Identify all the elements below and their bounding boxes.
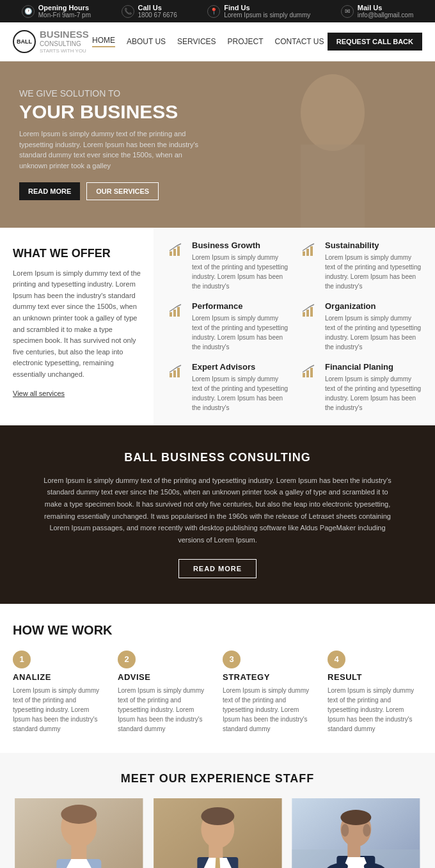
mail-us-title: Mail Us	[358, 4, 413, 12]
top-bar: 🕐 Opening Hours Mon-Fri 9am-7 pm 📞 Call …	[0, 0, 435, 22]
svg-rect-16	[173, 370, 176, 377]
opening-hours-title: Opening Hours	[38, 4, 91, 12]
svg-point-1	[301, 74, 365, 151]
svg-rect-3	[170, 251, 172, 256]
hero-desc: Lorem Ipsum is simply dummy text of the …	[19, 129, 211, 171]
svg-rect-12	[303, 312, 305, 317]
svg-rect-17	[177, 368, 180, 377]
read-more-button[interactable]: READ MORE	[19, 182, 80, 200]
offer-title: WHAT WE OFFER	[13, 247, 141, 260]
offer-grid: Business Growth Lorem Ipsum is simply du…	[166, 241, 422, 413]
svg-rect-10	[173, 310, 176, 317]
mail-icon: ✉	[341, 5, 354, 18]
offer-item-organization: Organization Lorem Ipsum is simply dummy…	[299, 301, 422, 352]
logo[interactable]: BALL BUSINESS CONSULTING STARTS WITH YOU	[13, 29, 89, 54]
nav-project[interactable]: PROJECT	[228, 37, 264, 46]
sustainability-icon	[299, 241, 319, 260]
nav-services[interactable]: SERVICES	[177, 37, 216, 46]
nav-contact[interactable]: CONTACT US	[275, 37, 324, 46]
staff-title: MEET OUR EXPERIENCE STAFF	[13, 772, 422, 785]
view-all-services-link[interactable]: View all services	[13, 390, 65, 397]
how-step-1: 1 ANALIZE Lorem Ipsum is simply dummy te…	[13, 651, 107, 734]
svg-point-24	[61, 805, 97, 824]
offer-item-performance: Performance Lorem Ipsum is simply dummy …	[166, 301, 289, 352]
offer-item-expert-advisors: Expert Advisors Lorem Ipsum is simply du…	[166, 362, 289, 413]
consulting-read-more-button[interactable]: READ MORE	[178, 559, 257, 578]
svg-rect-14	[310, 307, 313, 317]
mail-us-sub: info@ballgmail.com	[358, 12, 413, 19]
call-us: 📞 Call Us 1800 67 6676	[122, 4, 177, 19]
offer-item-sustainability: Sustainability Lorem Ipsum is simply dum…	[299, 241, 422, 291]
step-number-2: 2	[118, 651, 136, 668]
staff-section: MEET OUR EXPERIENCE STAFF HENRY SMITH	[0, 753, 435, 868]
offer-left: WHAT WE OFFER Lorem Ipsum is simply dumm…	[0, 228, 154, 425]
how-title: HOW WE WORK	[13, 623, 422, 638]
offer-item-title-2: Performance	[192, 301, 289, 311]
offer-item-financial-planing: Financial Planing Lorem Ipsum is simply …	[299, 362, 422, 413]
svg-rect-19	[306, 370, 309, 377]
svg-rect-15	[170, 373, 172, 377]
how-step-3: 3 STRATEGY Lorem Ipsum is simply dummy t…	[223, 651, 317, 734]
our-services-button[interactable]: OUR SERVICES	[86, 182, 159, 200]
svg-point-40	[341, 810, 372, 825]
nav-about[interactable]: ABOUT US	[127, 37, 166, 46]
offer-item-title-5: Financial Planing	[325, 362, 422, 372]
expert-advisors-icon	[166, 362, 186, 381]
financial-planing-icon	[299, 362, 319, 381]
svg-rect-7	[306, 249, 309, 256]
offer-item-content: Expert Advisors Lorem Ipsum is simply du…	[192, 362, 289, 413]
logo-subtitle: CONSULTING	[40, 40, 89, 48]
consulting-desc: Lorem Ipsum is simply dummy text of the …	[38, 475, 397, 546]
navbar: BALL BUSINESS CONSULTING STARTS WITH YOU…	[0, 22, 435, 61]
svg-rect-11	[177, 307, 180, 317]
phone-icon: 📞	[122, 5, 134, 18]
clock-icon: 🕐	[22, 5, 35, 18]
svg-rect-9	[170, 312, 172, 317]
hero-section: WE GIVE SOLUTION TO YOUR BUSINESS Lorem …	[0, 61, 435, 228]
logo-circle: BALL	[13, 30, 36, 53]
step-desc-2: Lorem Ipsum is simply dummy text of the …	[118, 686, 212, 734]
offer-item-content: Financial Planing Lorem Ipsum is simply …	[325, 362, 422, 413]
offer-item-title-0: Business Growth	[192, 241, 289, 250]
performance-icon	[166, 301, 186, 320]
find-us: 📍 Find Us Lorem Ipsum is simply dummy	[207, 4, 310, 19]
offer-desc: Lorem Ipsum is simply dummy text of the …	[13, 268, 141, 381]
svg-rect-13	[306, 310, 309, 317]
how-grid: 1 ANALIZE Lorem Ipsum is simply dummy te…	[13, 651, 422, 734]
step-desc-4: Lorem Ipsum is simply dummy text of the …	[328, 686, 422, 734]
find-us-sub: Lorem Ipsum is simply dummy	[224, 12, 310, 19]
logo-title: BUSINESS	[40, 29, 89, 40]
svg-rect-6	[303, 251, 305, 256]
staff-card-0: HENRY SMITH Consultant	[13, 798, 145, 868]
step-title-2: ADVISE	[118, 672, 212, 682]
offer-section: WHAT WE OFFER Lorem Ipsum is simply dumm…	[0, 228, 435, 425]
step-title-4: RESULT	[328, 672, 422, 682]
offer-item-content: Sustainability Lorem Ipsum is simply dum…	[325, 241, 422, 291]
location-icon: 📍	[207, 5, 220, 18]
staff-photo-1	[152, 798, 284, 868]
how-step-2: 2 ADVISE Lorem Ipsum is simply dummy tex…	[118, 651, 212, 734]
staff-photo-2	[290, 798, 422, 868]
step-title-3: STRATEGY	[223, 672, 317, 682]
step-number-4: 4	[328, 651, 345, 668]
step-number-3: 3	[223, 651, 241, 668]
staff-card-1	[152, 798, 284, 868]
offer-item-content: Business Growth Lorem Ipsum is simply du…	[192, 241, 289, 291]
svg-rect-2	[301, 145, 365, 228]
staff-grid: HENRY SMITH Consultant	[13, 798, 422, 868]
mail-us: ✉ Mail Us info@ballgmail.com	[341, 4, 413, 19]
offer-item-desc-3: Lorem Ipsum is simply dummy text of the …	[325, 313, 422, 352]
request-callback-button[interactable]: REQUEST CALL BACK	[328, 33, 422, 51]
logo-text: BUSINESS CONSULTING STARTS WITH YOU	[40, 29, 89, 54]
nav-home[interactable]: HOME	[92, 36, 115, 47]
svg-point-42	[363, 824, 371, 837]
svg-rect-8	[310, 246, 313, 256]
organization-icon	[299, 301, 319, 320]
offer-item-content: Performance Lorem Ipsum is simply dummy …	[192, 301, 289, 352]
svg-rect-5	[177, 246, 180, 256]
nav-links: HOME ABOUT US SERVICES PROJECT CONTACT U…	[92, 36, 324, 47]
offer-item-desc-2: Lorem Ipsum is simply dummy text of the …	[192, 313, 289, 352]
offer-item-desc-4: Lorem Ipsum is simply dummy text of the …	[192, 374, 289, 413]
offer-item-business-growth: Business Growth Lorem Ipsum is simply du…	[166, 241, 289, 291]
hero-content: WE GIVE SOLUTION TO YOUR BUSINESS Lorem …	[0, 69, 230, 219]
